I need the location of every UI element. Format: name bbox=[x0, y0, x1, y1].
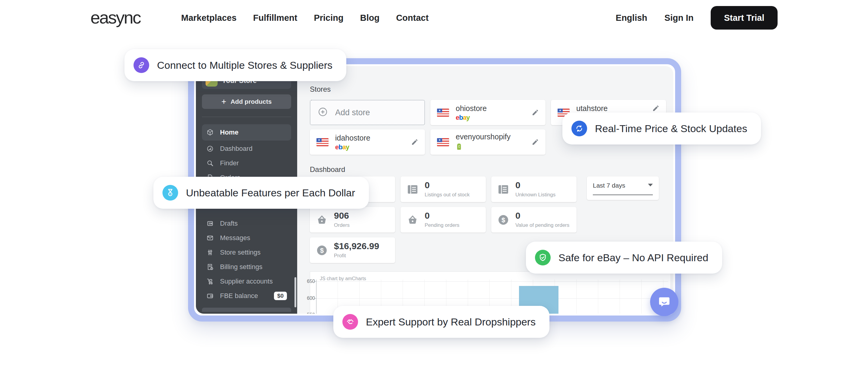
nav-marketplaces[interactable]: Marketplaces bbox=[181, 13, 237, 23]
chat-widget-button[interactable] bbox=[650, 288, 678, 316]
feature-badge-label: Expert Support by Real Dropshippers bbox=[366, 316, 535, 328]
sidebar-item-messages[interactable]: Messages bbox=[202, 231, 291, 245]
add-products-label: Add products bbox=[230, 98, 272, 105]
dollar-icon: $ bbox=[497, 214, 509, 226]
sidebar-scrollbar[interactable] bbox=[294, 277, 296, 307]
sync-icon bbox=[571, 121, 587, 136]
nav-contact[interactable]: Contact bbox=[396, 13, 429, 23]
plus-icon: + bbox=[221, 97, 226, 106]
sidebar-item-home[interactable]: Home bbox=[202, 124, 291, 141]
sidebar-bottom-element bbox=[202, 308, 291, 312]
stat-label: Profit bbox=[334, 253, 379, 259]
stat-value: $16,926.99 bbox=[334, 241, 379, 251]
store-card-idahostore[interactable]: idahostore ebay bbox=[310, 130, 425, 155]
stat-card-pending-orders: 0 Pending orders bbox=[401, 207, 486, 233]
store-card-evenyourshopify[interactable]: evenyourshopify bbox=[430, 130, 546, 155]
sidebar-item-label: Store settings bbox=[220, 249, 261, 256]
stores-section-title: Stores bbox=[310, 85, 671, 94]
period-select[interactable]: Last 7 days bbox=[587, 176, 659, 200]
fbe-balance-badge: $0 bbox=[274, 292, 287, 300]
nav-blog[interactable]: Blog bbox=[360, 13, 379, 23]
chart-y-axis bbox=[316, 280, 316, 314]
chart-y-tick-label: 550 bbox=[305, 312, 315, 314]
stat-card-unknown-listings: 0 Unknown Listings bbox=[491, 176, 577, 202]
sidebar-item-dashboard[interactable]: Dashboard bbox=[202, 141, 291, 156]
nav-fulfillment[interactable]: Fulfillment bbox=[253, 13, 298, 23]
add-store-button[interactable]: Add store bbox=[310, 100, 425, 125]
language-selector[interactable]: English bbox=[616, 13, 647, 23]
us-flag-icon bbox=[437, 109, 449, 117]
shopify-icon bbox=[456, 143, 510, 152]
chart-y-tick-label: 600 bbox=[305, 295, 315, 301]
dashboard-section-title: Dashboard bbox=[310, 165, 671, 174]
header-actions: English Sign In Start Trial bbox=[616, 0, 778, 36]
svg-text:$: $ bbox=[320, 247, 324, 254]
sidebar-item-finder[interactable]: Finder bbox=[202, 156, 291, 170]
sidebar-item-store-settings[interactable]: Store settings bbox=[202, 245, 291, 260]
stat-card-listings-out-of-stock: 0 Listings out of stock bbox=[401, 176, 486, 202]
edit-store-button[interactable] bbox=[411, 138, 418, 146]
listings-icon bbox=[497, 183, 509, 196]
select-underline bbox=[593, 195, 653, 195]
wallet-icon bbox=[206, 292, 214, 300]
store-card-name: ohiostore bbox=[456, 104, 487, 113]
ebay-logo: ebay bbox=[456, 114, 487, 121]
dollar-icon: $ bbox=[316, 244, 328, 256]
edit-store-button[interactable] bbox=[532, 138, 539, 146]
us-flag-icon bbox=[437, 138, 449, 146]
feature-badge-label: Safe for eBay – No API Required bbox=[558, 252, 708, 264]
chart-gridline bbox=[316, 298, 668, 298]
chat-bubble-icon bbox=[657, 295, 671, 309]
edit-store-button[interactable] bbox=[652, 105, 659, 112]
stat-card-value-pending-orders: $ 0 Value of pending orders bbox=[491, 207, 577, 233]
us-flag-icon bbox=[316, 138, 329, 146]
store-card-ohiostore[interactable]: ohiostore ebay bbox=[430, 100, 546, 125]
cube-icon bbox=[206, 129, 214, 136]
sidebar-item-label: Drafts bbox=[220, 220, 238, 227]
sidebar-item-billing-settings[interactable]: Billing settings bbox=[202, 260, 291, 274]
top-navbar: easync Marketplaces Fulfillment Pricing … bbox=[0, 0, 868, 36]
stat-label: Listings out of stock bbox=[425, 192, 470, 198]
stat-card-profit: $ $16,926.99 Profit bbox=[310, 237, 395, 263]
store-card-name: utahstore bbox=[576, 104, 608, 113]
page: easync Marketplaces Fulfillment Pricing … bbox=[0, 0, 868, 371]
nav-pricing[interactable]: Pricing bbox=[314, 13, 343, 23]
period-select-value: Last 7 days bbox=[593, 182, 625, 189]
sidebar-item-label: Billing settings bbox=[220, 263, 262, 271]
sidebar-item-label: FBE balance bbox=[220, 292, 258, 300]
stat-value: 0 bbox=[425, 181, 470, 190]
feature-badge-label: Connect to Multiple Stores & Suppliers bbox=[157, 59, 333, 71]
chart-gridline bbox=[316, 281, 668, 282]
sidebar-item-label: Home bbox=[220, 129, 239, 136]
amcharts-credit: JS chart by amCharts bbox=[320, 276, 366, 281]
stat-value: 906 bbox=[334, 211, 350, 220]
svg-text:$: $ bbox=[501, 216, 505, 224]
store-card-name: evenyourshopify bbox=[456, 133, 510, 141]
stat-value: 0 bbox=[516, 211, 569, 220]
start-trial-button[interactable]: Start Trial bbox=[711, 6, 778, 30]
stat-label: Value of pending orders bbox=[516, 222, 569, 228]
feature-badge-safe: Safe for eBay – No API Required bbox=[526, 241, 722, 274]
sidebar-item-supplier-accounts[interactable]: Supplier accounts bbox=[202, 274, 291, 289]
card-icon bbox=[206, 220, 214, 227]
envelope-icon bbox=[206, 234, 214, 242]
stat-value: 0 bbox=[425, 211, 459, 220]
sidebar-item-drafts[interactable]: Drafts bbox=[202, 216, 291, 231]
medal-icon bbox=[162, 185, 178, 201]
shield-check-icon bbox=[535, 250, 551, 265]
sidebar-item-label: Dashboard bbox=[220, 145, 253, 153]
listings-icon bbox=[407, 183, 418, 196]
easync-logo[interactable]: easync bbox=[90, 7, 141, 27]
add-products-button[interactable]: + Add products bbox=[202, 94, 291, 109]
sidebar-item-label: Messages bbox=[220, 234, 250, 242]
link-icon bbox=[133, 57, 149, 73]
edit-store-button[interactable] bbox=[532, 109, 539, 116]
sliders-icon bbox=[206, 249, 214, 256]
store-card-name: idahostore bbox=[335, 134, 370, 142]
ebay-logo: ebay bbox=[335, 144, 370, 150]
sign-in-link[interactable]: Sign In bbox=[664, 13, 694, 23]
sidebar-item-fbe-balance[interactable]: FBE balance $0 bbox=[202, 289, 291, 303]
handshake-icon bbox=[342, 314, 358, 330]
sidebar-item-label: Supplier accounts bbox=[220, 278, 273, 285]
stat-label: Orders bbox=[334, 222, 350, 228]
